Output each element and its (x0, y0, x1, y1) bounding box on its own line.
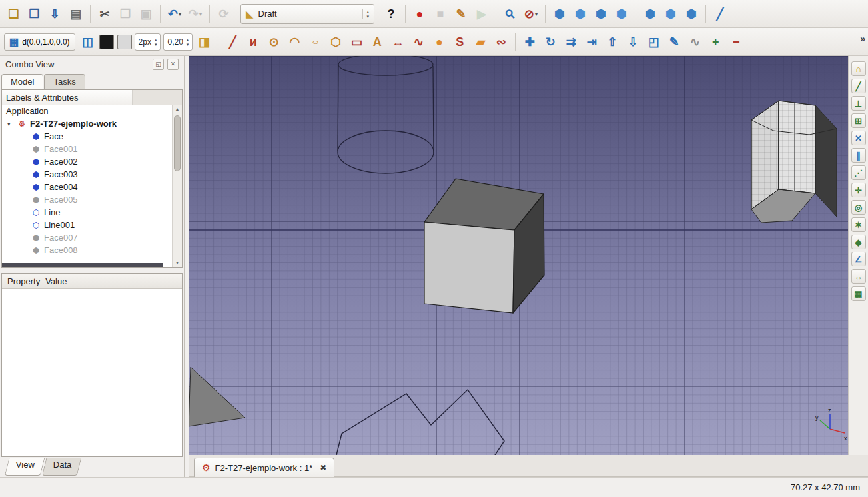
tree-item[interactable]: ⬡ Line (2, 206, 173, 219)
draft-upgrade-button[interactable]: ⇧ (602, 32, 622, 52)
macro-stop-button[interactable]: ■ (430, 4, 450, 24)
expander-icon[interactable]: ▾ (7, 121, 14, 127)
snap-working-plane-button[interactable]: ▦ (851, 286, 866, 301)
snap-center-button[interactable]: ◎ (851, 200, 866, 215)
scroll-up-icon[interactable]: ▲ (173, 105, 182, 113)
text-scale-stepper[interactable]: 0,20 ▴▾ (163, 33, 193, 51)
draft-offset-button[interactable]: ⇉ (561, 32, 581, 52)
draft-arc-button[interactable]: ◠ (284, 32, 304, 52)
tab-close-icon[interactable]: ✖ (320, 463, 326, 472)
tree-item[interactable]: ⬢ Face001 (2, 143, 173, 155)
tree-item[interactable]: ⬡ Line001 (2, 219, 173, 231)
paste-button[interactable]: ▣ (136, 4, 156, 24)
tree-scrollbar[interactable]: ▲ ▼ (172, 105, 182, 267)
draft-shapestring-button[interactable]: S (450, 32, 470, 52)
draft-bspline-button[interactable]: ∿ (408, 32, 428, 52)
draft-delete-point-button[interactable]: − (726, 32, 746, 52)
draft-ellipse-button[interactable]: ○ (305, 32, 325, 52)
draft-move-button[interactable]: ✚ (520, 32, 540, 52)
snap-angle-button[interactable]: ∠ (851, 252, 866, 266)
redo-button[interactable]: ↷ ▾ (185, 4, 205, 24)
draft-rectangle-button[interactable]: ▭ (346, 32, 366, 52)
draft-wire-button[interactable]: и (243, 32, 263, 52)
open-document-button[interactable]: ❐ (25, 4, 45, 24)
measure-distance-button[interactable]: ╱ (710, 4, 730, 24)
snap-lock-button[interactable]: ∩ (851, 61, 866, 76)
save-button[interactable]: ⇩ (45, 4, 65, 24)
property-view-tab[interactable]: View (5, 458, 45, 476)
cube-solid[interactable] (424, 179, 544, 313)
copy-button[interactable]: ❒ (115, 4, 135, 24)
working-plane-button[interactable]: ▦ d(0.0,1.0,0.0) (4, 33, 75, 51)
draft-text-button[interactable]: A (367, 32, 387, 52)
snap-midpoint-button[interactable]: ◆ (851, 235, 866, 249)
snap-ortho-button[interactable]: ✛ (851, 183, 866, 197)
tree-item[interactable]: ⬢ Face003 (2, 168, 173, 181)
close-panel-button[interactable]: ✕ (167, 59, 179, 70)
construction-mode-button[interactable]: ◫ (78, 32, 98, 52)
stepper-arrows-icon[interactable]: ▴▾ (155, 37, 157, 47)
right-view-button[interactable]: ⬢ (612, 4, 632, 24)
draft-dimension-button[interactable]: ↔ (388, 32, 408, 52)
workbench-selector[interactable]: ◣ Draft ▴▾ (240, 4, 374, 24)
scroll-down-icon[interactable]: ▼ (173, 258, 182, 267)
draft-bezier-button[interactable]: ∾ (491, 32, 511, 52)
snap-intersection-button[interactable]: ✕ (851, 131, 866, 145)
cut-button[interactable]: ✂ (95, 4, 115, 24)
tree-item[interactable]: ⬢ Face004 (2, 181, 173, 193)
combo-view-tab[interactable]: Model (1, 74, 43, 89)
tree-item[interactable]: ⬢ Face005 (2, 193, 173, 206)
snap-dimensions-button[interactable]: ↔ (851, 269, 866, 284)
top-view-button[interactable]: ⬢ (591, 4, 611, 24)
snap-extension-button[interactable]: ⋰ (851, 165, 866, 180)
line-color-swatch[interactable] (99, 35, 114, 49)
snap-near-button[interactable]: ╱ (851, 79, 866, 93)
line-width-stepper[interactable]: 2px ▴▾ (135, 33, 161, 51)
document-tab[interactable]: ⚙ F2-T27-ejemplo-work : 1* ✖ (194, 458, 334, 477)
left-view-button[interactable]: ⬢ (681, 4, 701, 24)
draft-polygon-button[interactable]: ⬡ (326, 32, 346, 52)
float-panel-button[interactable]: ◱ (153, 59, 164, 70)
apply-style-button[interactable]: ◨ (194, 32, 214, 52)
draft-line-button[interactable]: ╱ (222, 32, 242, 52)
zoom-fit-button[interactable]: ⚲ (500, 4, 520, 24)
draft-add-point-button[interactable]: + (705, 32, 725, 52)
tree-item[interactable]: ⬢ Face008 (2, 244, 173, 256)
draft-trimex-button[interactable]: ⇥ (582, 32, 602, 52)
draft-circle-button[interactable]: ⊙ (264, 32, 284, 52)
draft-facebinder-button[interactable]: ▰ (470, 32, 490, 52)
tree-item[interactable]: ⬢ Face (2, 130, 173, 143)
snap-parallel-button[interactable]: ∥ (851, 148, 866, 163)
tree-root-application[interactable]: Application (2, 105, 173, 117)
new-document-button[interactable]: ❏ (4, 4, 24, 24)
refresh-button[interactable]: ⟳ (214, 4, 234, 24)
macro-execute-button[interactable]: ▶ (472, 4, 492, 24)
3d-viewport[interactable]: x y z (189, 56, 848, 455)
undo-button[interactable]: ↶ ▾ (165, 4, 185, 24)
draft-downgrade-button[interactable]: ⇩ (623, 32, 643, 52)
tree-item[interactable]: ⬢ Face002 (2, 155, 173, 168)
stepper-arrows-icon[interactable]: ▴▾ (187, 37, 189, 47)
bottom-view-button[interactable]: ⬢ (661, 4, 681, 24)
axonometric-view-button[interactable]: ⬢ (550, 4, 570, 24)
rear-view-button[interactable]: ⬢ (640, 4, 660, 24)
snap-special-button[interactable]: ✶ (851, 217, 866, 232)
property-view-tab[interactable]: Data (42, 458, 82, 476)
draft-edit-button[interactable]: ✎ (664, 32, 684, 52)
front-view-button[interactable]: ⬢ (570, 4, 590, 24)
print-button[interactable]: ▤ (66, 4, 86, 24)
macro-edit-button[interactable]: ✎ (451, 4, 471, 24)
combo-view-tab[interactable]: Tasks (44, 74, 85, 89)
whats-this-button[interactable]: ? (381, 4, 401, 24)
snap-perpendicular-button[interactable]: ⊥ (851, 96, 866, 111)
draft-point-button[interactable]: ● (429, 32, 449, 52)
draft-scale-button[interactable]: ◰ (644, 32, 663, 52)
macro-record-button[interactable]: ● (410, 4, 430, 24)
scrollbar-thumb[interactable] (174, 115, 181, 171)
tree-item[interactable]: ⬢ Face007 (2, 231, 173, 244)
draft-rotate-button[interactable]: ↻ (540, 32, 560, 52)
face-color-swatch[interactable] (117, 35, 132, 49)
toolbar-overflow-chevron-icon[interactable]: » (860, 33, 865, 44)
combo-spinner-arrows-icon[interactable]: ▴▾ (362, 9, 369, 19)
panel-splitter[interactable] (0, 268, 184, 273)
